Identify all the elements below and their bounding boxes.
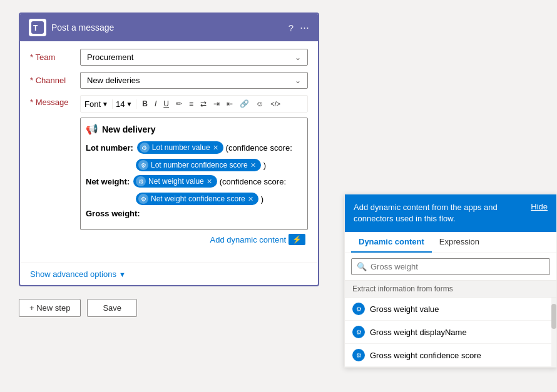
message-field-row: Message Font ▼ 14 ▼ B I U <box>30 95 308 249</box>
megaphone-icon: 📢 <box>86 123 98 135</box>
dynamic-panel-header: Add dynamic content from the apps and co… <box>345 194 556 232</box>
dynamic-list: ⚙ Gross weight value ⚙ Gross weight disp… <box>345 298 556 367</box>
tab-dynamic-content[interactable]: Dynamic content <box>351 232 432 253</box>
highlight-button[interactable]: ✏ <box>173 98 185 109</box>
underline-button[interactable]: U <box>161 98 171 109</box>
teams-icon: T <box>29 19 46 36</box>
scrollbar-thumb[interactable] <box>551 304 556 329</box>
card-header: T Post a message ? ⋯ <box>20 14 318 41</box>
search-input-wrap: 🔍 <box>351 258 550 275</box>
lot-number-token-text: Lot number value <box>152 143 210 152</box>
list-item-gross-weight-displayname[interactable]: ⚙ Gross weight displayName <box>345 321 556 344</box>
emoji-button[interactable]: ☺ <box>253 98 266 109</box>
show-advanced-options[interactable]: Show advanced options ▼ <box>20 263 318 285</box>
team-value: Procurement <box>87 53 133 62</box>
lot-number-label: Lot number: <box>86 143 133 153</box>
net-weight-token-close[interactable]: ✕ <box>207 178 212 186</box>
dynamic-panel-tabs: Dynamic content Expression <box>345 232 556 253</box>
net-weight-token-icon: ⚙ <box>136 176 146 186</box>
lot-confidence-line: ⚙ Lot number confidence score ✕ ) <box>136 159 302 171</box>
lot-number-line: Lot number: ⚙ Lot number value ✕ (confid… <box>86 141 302 154</box>
hide-button[interactable]: Hide <box>531 202 548 211</box>
net-confidence-token-close[interactable]: ✕ <box>248 195 253 203</box>
net-weight-line: Net weight: ⚙ Net weight value ✕ (confid… <box>86 175 302 188</box>
tab-expression[interactable]: Expression <box>432 232 487 253</box>
scrollbar-track <box>551 298 556 367</box>
svg-text:T: T <box>33 24 38 33</box>
lot-number-token-icon: ⚙ <box>140 143 150 153</box>
channel-select[interactable]: New deliveries ⌄ <box>80 72 308 89</box>
search-icon: 🔍 <box>357 262 367 271</box>
font-size-selector[interactable]: 14 ▼ <box>116 99 136 109</box>
lot-confidence-suffix: ) <box>263 161 266 170</box>
add-dynamic-button[interactable]: ⚡ <box>289 234 305 245</box>
link-button[interactable]: 🔗 <box>237 98 252 109</box>
gross-weight-label: Gross weight: <box>86 209 140 218</box>
font-size-chevron-icon: ▼ <box>126 101 132 108</box>
list-item-gross-weight-value[interactable]: ⚙ Gross weight value <box>345 298 556 321</box>
add-dynamic-row: Add dynamic content ⚡ <box>80 230 308 249</box>
lot-confidence-token-text: Lot number confidence score <box>151 161 248 169</box>
card-header-icons: ? ⋯ <box>289 22 309 33</box>
show-advanced-chevron-icon: ▼ <box>119 271 126 278</box>
font-label: Font <box>84 99 101 109</box>
font-chevron-icon: ▼ <box>102 101 108 108</box>
list-item-icon-0: ⚙ <box>352 303 365 315</box>
message-editor: Font ▼ 14 ▼ B I U ✏ ≡ ⇄ ⇥ <box>80 95 308 249</box>
code-button[interactable]: </> <box>268 99 283 109</box>
list-item-label-2: Gross weight confidence score <box>370 351 481 360</box>
message-heading: 📢 New delivery <box>86 123 302 135</box>
channel-label: Channel <box>30 76 80 85</box>
formatting-toolbar: Font ▼ 14 ▼ B I U ✏ ≡ ⇄ ⇥ <box>80 95 308 113</box>
team-chevron-icon: ⌄ <box>295 53 301 62</box>
list-item-gross-weight-confidence[interactable]: ⚙ Gross weight confidence score <box>345 344 556 367</box>
team-label: Team <box>30 53 80 62</box>
message-heading-text: New delivery <box>102 124 156 134</box>
lot-confidence-token-icon: ⚙ <box>138 160 148 170</box>
net-confidence-token-text: Net weight confidence score <box>151 194 245 203</box>
net-weight-token-text: Net weight value <box>148 177 204 186</box>
message-content-area[interactable]: 📢 New delivery Lot number: ⚙ Lot number … <box>80 118 308 230</box>
net-weight-token[interactable]: ⚙ Net weight value ✕ <box>133 175 217 188</box>
lot-number-token[interactable]: ⚙ Lot number value ✕ <box>137 141 223 154</box>
numbered-list-button[interactable]: ⇄ <box>198 98 209 109</box>
section-header: Extract information from forms <box>345 281 556 298</box>
italic-button[interactable]: I <box>152 98 159 109</box>
team-select[interactable]: Procurement ⌄ <box>80 49 308 66</box>
save-button[interactable]: Save <box>87 299 137 317</box>
help-icon[interactable]: ? <box>289 23 294 33</box>
dynamic-content-panel: Add dynamic content from the apps and co… <box>344 194 557 368</box>
indent-button[interactable]: ⇥ <box>211 98 222 109</box>
new-step-button[interactable]: + New step <box>19 299 81 317</box>
channel-field-row: Channel New deliveries ⌄ <box>30 72 308 89</box>
bold-button[interactable]: B <box>140 98 150 109</box>
add-dynamic-link[interactable]: Add dynamic content <box>210 235 286 244</box>
save-label: Save <box>103 303 121 313</box>
message-label: Message <box>30 95 80 107</box>
more-icon[interactable]: ⋯ <box>300 22 309 33</box>
font-selector[interactable]: Font ▼ <box>84 99 113 109</box>
net-confidence-line: ⚙ Net weight confidence score ✕ ) <box>136 193 302 205</box>
gross-weight-line: Gross weight: <box>86 209 302 218</box>
lot-confidence-token[interactable]: ⚙ Lot number confidence score ✕ <box>136 159 261 171</box>
net-confidence-token[interactable]: ⚙ Net weight confidence score ✕ <box>136 193 258 205</box>
list-item-label-1: Gross weight displayName <box>370 328 467 337</box>
team-field-row: Team Procurement ⌄ <box>30 49 308 66</box>
list-item-icon-2: ⚙ <box>352 349 365 361</box>
dynamic-search-area: 🔍 <box>345 253 556 281</box>
lot-confidence-token-close[interactable]: ✕ <box>250 161 256 169</box>
channel-value: New deliveries <box>87 76 140 85</box>
net-confidence-token-icon: ⚙ <box>138 194 148 204</box>
lot-confidence-prefix: (confidence score: <box>226 143 292 153</box>
show-advanced-label: Show advanced options <box>30 269 116 279</box>
outdent-button[interactable]: ⇤ <box>224 98 235 109</box>
channel-chevron-icon: ⌄ <box>295 76 301 85</box>
net-confidence-prefix: (confidence score: <box>220 177 286 186</box>
bottom-actions: + New step Save <box>19 286 319 329</box>
lot-number-token-close[interactable]: ✕ <box>213 144 218 152</box>
bullet-list-button[interactable]: ≡ <box>187 98 196 109</box>
new-step-label: + New step <box>29 303 70 313</box>
net-confidence-suffix: ) <box>261 194 263 204</box>
list-item-label-0: Gross weight value <box>370 304 439 314</box>
search-input[interactable] <box>370 262 544 271</box>
